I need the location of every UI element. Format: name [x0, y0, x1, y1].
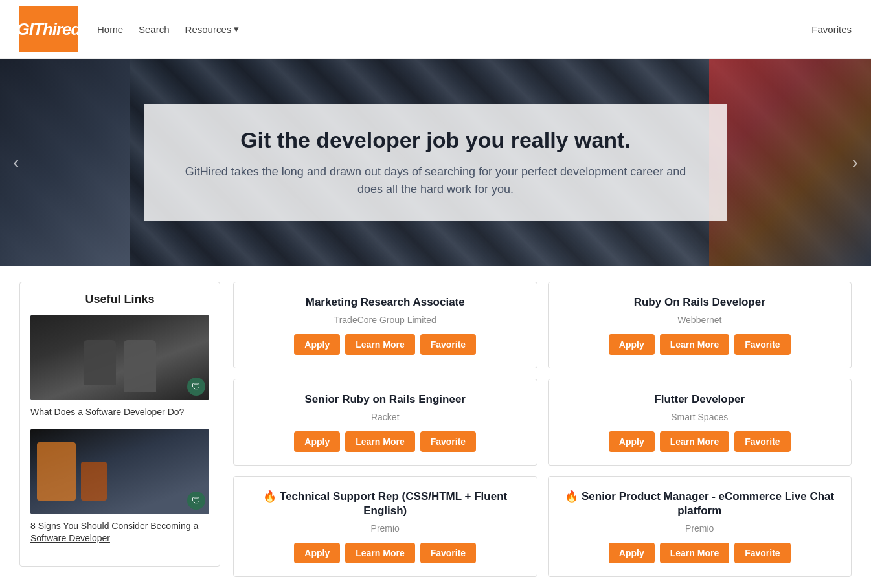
job-card-6: 🔥 Senior Product Manager - eCommerce Liv… — [548, 476, 852, 577]
learn-more-button-6[interactable]: Learn More — [660, 543, 729, 563]
hot-icon-6: 🔥 — [565, 490, 578, 503]
navbar: GIThired Home Search Resources ▾ Favorit… — [0, 0, 871, 59]
nav-resources[interactable]: Resources ▾ — [185, 23, 240, 35]
hot-icon-5: 🔥 — [263, 490, 277, 503]
job-card-4: Flutter DeveloperSmart SpacesApplyLearn … — [548, 379, 852, 466]
favorite-button-3[interactable]: Favorite — [420, 431, 476, 452]
hero-prev-arrow[interactable]: ‹ — [6, 146, 25, 179]
job-card-2: Ruby On Rails DeveloperWebbernetApplyLea… — [548, 282, 852, 368]
job-company-3: Racket — [371, 412, 400, 422]
apply-button-6[interactable]: Apply — [609, 543, 655, 563]
job-title-3: Senior Ruby on Rails Engineer — [305, 392, 466, 407]
logo[interactable]: GIThired — [19, 6, 78, 52]
nav-home[interactable]: Home — [97, 24, 123, 35]
nav-links: Home Search Resources ▾ — [97, 23, 811, 35]
learn-more-button-3[interactable]: Learn More — [345, 431, 414, 452]
sidebar-image-1: 🛡 — [30, 315, 209, 400]
favorite-button-6[interactable]: Favorite — [734, 543, 790, 563]
sidebar-image-2: 🛡 — [30, 429, 209, 514]
job-title-5: 🔥 Technical Support Rep (CSS/HTML + Flue… — [244, 490, 526, 518]
sidebar-badge-1: 🛡 — [187, 378, 205, 396]
job-actions-1: ApplyLearn MoreFavorite — [294, 334, 476, 355]
sidebar: Useful Links 🛡 What Does a Software Deve… — [19, 282, 220, 577]
job-actions-4: ApplyLearn MoreFavorite — [609, 431, 791, 452]
job-actions-3: ApplyLearn MoreFavorite — [294, 431, 476, 452]
sidebar-badge-2: 🛡 — [187, 492, 205, 510]
nav-favorites[interactable]: Favorites — [811, 24, 852, 35]
favorite-button-1[interactable]: Favorite — [420, 334, 476, 355]
job-card-3: Senior Ruby on Rails EngineerRacketApply… — [233, 379, 537, 466]
favorite-button-5[interactable]: Favorite — [420, 543, 476, 563]
sidebar-title: Useful Links — [30, 293, 209, 306]
apply-button-3[interactable]: Apply — [294, 431, 340, 452]
job-title-2: Ruby On Rails Developer — [634, 295, 765, 310]
apply-button-4[interactable]: Apply — [609, 431, 655, 452]
job-title-1: Marketing Research Associate — [306, 295, 465, 310]
job-company-2: Webbernet — [677, 315, 721, 325]
main-content: Useful Links 🛡 What Does a Software Deve… — [0, 266, 871, 588]
job-card-5: 🔥 Technical Support Rep (CSS/HTML + Flue… — [233, 476, 537, 577]
logo-text: GIThired — [17, 19, 81, 40]
hero-overlay: Git the developer job you really want. G… — [144, 104, 727, 221]
nav-search[interactable]: Search — [139, 24, 170, 35]
chevron-down-icon: ▾ — [234, 23, 239, 35]
apply-button-5[interactable]: Apply — [294, 543, 340, 563]
job-actions-2: ApplyLearn MoreFavorite — [609, 334, 791, 355]
apply-button-1[interactable]: Apply — [294, 334, 340, 355]
sidebar-card: Useful Links 🛡 What Does a Software Deve… — [19, 282, 220, 567]
job-actions-6: ApplyLearn MoreFavorite — [609, 543, 791, 563]
favorite-button-2[interactable]: Favorite — [734, 334, 790, 355]
job-company-6: Premio — [685, 523, 714, 534]
favorite-button-4[interactable]: Favorite — [734, 431, 790, 452]
sidebar-img-overlay-2 — [30, 429, 209, 514]
learn-more-button-1[interactable]: Learn More — [345, 334, 414, 355]
job-card-1: Marketing Research AssociateTradeCore Gr… — [233, 282, 537, 368]
learn-more-button-5[interactable]: Learn More — [345, 543, 414, 563]
job-title-6: 🔥 Senior Product Manager - eCommerce Liv… — [559, 490, 841, 518]
apply-button-2[interactable]: Apply — [609, 334, 655, 355]
job-company-4: Smart Spaces — [671, 412, 728, 422]
job-company-1: TradeCore Group Limited — [334, 315, 436, 325]
sidebar-img-overlay-1 — [30, 315, 209, 400]
learn-more-button-2[interactable]: Learn More — [660, 334, 729, 355]
job-actions-5: ApplyLearn MoreFavorite — [294, 543, 476, 563]
hero-subtitle: GitHired takes the long and drawn out da… — [183, 163, 688, 198]
sidebar-link-2[interactable]: 8 Signs You Should Consider Becoming a S… — [30, 520, 209, 545]
job-company-5: Premio — [371, 523, 400, 534]
jobs-grid: Marketing Research AssociateTradeCore Gr… — [233, 282, 852, 577]
hero-title: Git the developer job you really want. — [183, 128, 688, 153]
hero-section: ‹ Git the developer job you really want.… — [0, 59, 871, 266]
hero-next-arrow[interactable]: › — [846, 146, 865, 179]
learn-more-button-4[interactable]: Learn More — [660, 431, 729, 452]
job-title-4: Flutter Developer — [654, 392, 745, 407]
sidebar-link-1[interactable]: What Does a Software Developer Do? — [30, 406, 209, 419]
